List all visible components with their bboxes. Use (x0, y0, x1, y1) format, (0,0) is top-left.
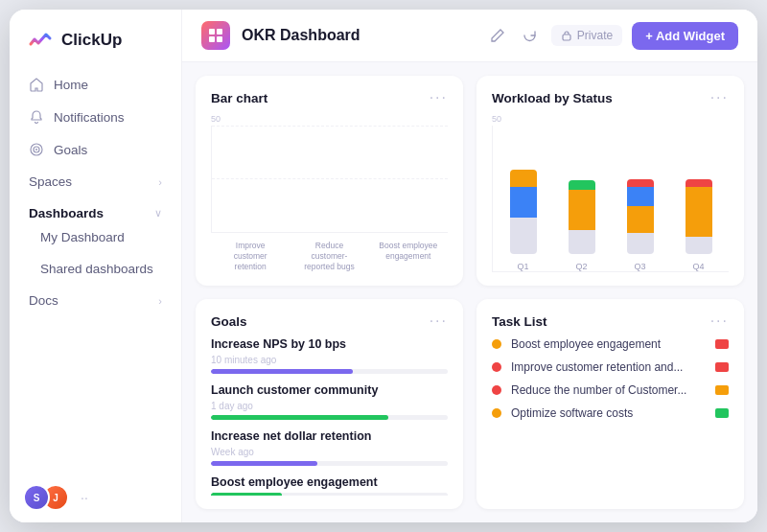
lock-icon (561, 30, 572, 41)
sidebar-item-home-label: Home (54, 78, 88, 92)
goal-bar-fill-2 (211, 415, 388, 420)
bar-label-1: Improve customerretention (221, 241, 280, 272)
stack-bars-q3 (627, 179, 654, 254)
sidebar-item-goals-label: Goals (54, 143, 87, 157)
goal-time-1: 10 minutes ago (211, 355, 448, 365)
stack-q1-seg3 (510, 170, 537, 187)
sidebar-item-dashboards[interactable]: Dashboards ∨ (29, 206, 162, 220)
private-badge: Private (551, 25, 622, 46)
logo-text: ClickUp (61, 31, 122, 50)
goal-name-4: Boost employee engagement (211, 475, 448, 489)
add-widget-button[interactable]: + Add Widget (632, 22, 738, 50)
workload-menu[interactable]: ··· (710, 89, 729, 106)
task-dot-1 (492, 339, 501, 349)
task-list-menu[interactable]: ··· (710, 312, 729, 330)
private-label: Private (577, 29, 613, 42)
svg-rect-5 (209, 36, 215, 42)
docs-label: Docs (29, 293, 58, 308)
stack-q1: Q1 (502, 170, 544, 271)
avatar-group: S J (23, 484, 69, 511)
sidebar-item-home[interactable]: Home (19, 69, 172, 100)
task-flag-1 (715, 339, 729, 349)
goal-bar-track-2 (211, 415, 448, 420)
stack-q1-seg2 (510, 187, 537, 218)
task-flag-3 (715, 385, 729, 395)
sidebar-item-docs[interactable]: Docs › (19, 286, 172, 315)
goal-item-1: Increase NPS by 10 bps 10 minutes ago (211, 337, 448, 374)
logo: ClickUp (10, 10, 181, 69)
sidebar-nav: Home Notifications Goals (10, 69, 181, 473)
stack-q3: Q3 (619, 179, 661, 271)
svg-rect-4 (217, 29, 222, 35)
sidebar-item-spaces[interactable]: Spaces › (19, 167, 172, 197)
workload-chart-area: 50 Q1 (492, 114, 729, 272)
home-icon (29, 77, 44, 92)
stack-q1-seg1 (510, 218, 537, 254)
topbar: OKR Dashboard (182, 10, 757, 62)
sidebar-item-shared-dashboards[interactable]: Shared dashboards (19, 254, 172, 284)
workload-card: Workload by Status ··· 50 Q1 (476, 76, 744, 286)
bar-chart-header: Bar chart ··· (211, 89, 448, 106)
dashboards-label: Dashboards (29, 206, 104, 220)
y-axis-max: 50 (211, 114, 448, 124)
task-name-3: Reduce the number of Customer... (511, 383, 706, 397)
goal-bar-track-4 (211, 493, 448, 496)
svg-point-2 (35, 149, 37, 150)
stack-q2-seg3 (569, 180, 595, 190)
sidebar-item-goals[interactable]: Goals (19, 134, 172, 165)
grid-icon (208, 28, 223, 43)
edit-button[interactable] (486, 24, 509, 47)
goals-header: Goals ··· (211, 312, 448, 330)
stack-q3-seg4 (627, 179, 654, 187)
shared-dashboards-label: Shared dashboards (40, 262, 153, 276)
stack-q4-seg1 (686, 237, 712, 254)
goal-item-2: Launch customer community 1 day ago (211, 383, 448, 420)
workload-y-max: 50 (492, 114, 729, 124)
task-list-header: Task List ··· (492, 312, 729, 330)
refresh-icon (523, 28, 538, 43)
sidebar-footer: S J ·· (10, 473, 181, 522)
svg-rect-3 (209, 29, 215, 35)
gridline-top (212, 126, 448, 127)
stack-q2: Q2 (561, 180, 602, 271)
stack-q2-seg2 (569, 190, 595, 230)
stack-q3-seg3 (627, 187, 654, 206)
stack-q1-label: Q1 (517, 262, 528, 271)
bar-chart-menu[interactable]: ··· (430, 89, 448, 106)
spaces-label: Spaces (29, 174, 72, 189)
bell-icon (29, 109, 44, 125)
task-item-2: Improve customer retention and... (492, 360, 729, 374)
stack-q4-seg3 (686, 179, 712, 187)
task-item-1: Boost employee engagement (492, 337, 729, 351)
task-flag-4 (715, 408, 729, 418)
goal-bar-fill-1 (211, 369, 353, 374)
goal-bar-fill-3 (211, 461, 317, 466)
bar-labels: Improve customerretention Reduce custome… (211, 233, 448, 272)
task-name-2: Improve customer retention and... (511, 360, 706, 374)
topbar-actions: Private + Add Widget (486, 22, 738, 50)
workload-title: Workload by Status (492, 91, 613, 105)
clickup-logo-icon (27, 27, 54, 54)
task-flag-2 (715, 362, 729, 372)
goals-menu[interactable]: ··· (430, 312, 448, 330)
bar-chart-area: 50 (211, 114, 448, 272)
bar-chart-card: Bar chart ··· 50 (196, 76, 463, 286)
sidebar-item-my-dashboard[interactable]: My Dashboard (19, 222, 172, 252)
goal-time-2: 1 day ago (211, 401, 448, 411)
refresh-button[interactable] (519, 24, 542, 47)
task-list-card: Task List ··· Boost employee engagement … (476, 299, 744, 509)
chevron-right-icon: › (158, 176, 162, 188)
sidebar-item-notifications[interactable]: Notifications (19, 102, 172, 132)
stack-bars-q2 (569, 180, 595, 254)
more-options-icon[interactable]: ·· (81, 490, 88, 505)
workload-chart-body: Q1 Q2 (492, 126, 729, 272)
goals-list: Increase NPS by 10 bps 10 minutes ago La… (211, 337, 448, 496)
stack-bars-q4 (686, 179, 712, 254)
task-list-title: Task List (492, 314, 547, 329)
app-wrapper: ClickUp Home Notifications (10, 10, 757, 522)
task-name-1: Boost employee engagement (511, 337, 706, 351)
goal-item-4: Boost employee engagement (211, 475, 448, 496)
goal-item-3: Increase net dollar retention Week ago (211, 429, 448, 466)
my-dashboard-label: My Dashboard (40, 230, 125, 244)
goals-card: Goals ··· Increase NPS by 10 bps 10 minu… (196, 299, 463, 509)
